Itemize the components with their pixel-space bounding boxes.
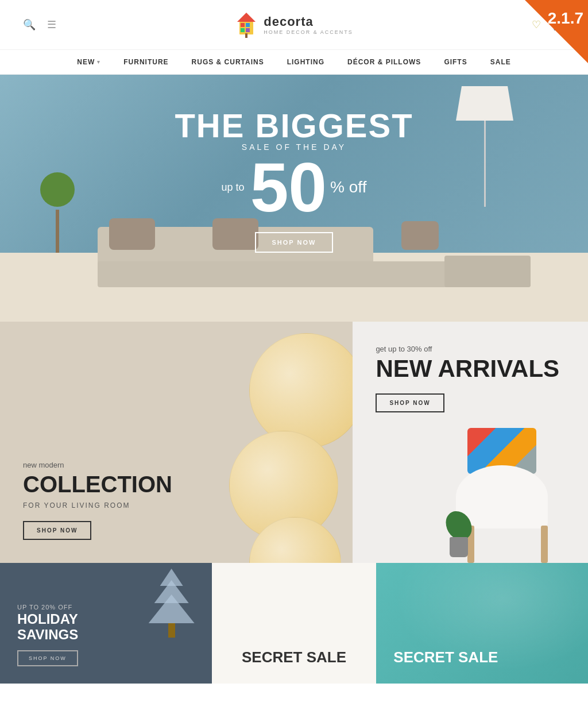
new-arrivals-small-text: get up to 30% off bbox=[376, 345, 559, 353]
secret-sale-teal-title: SECRET SALE bbox=[393, 648, 571, 666]
search-icon[interactable]: 🔍 bbox=[23, 18, 36, 31]
holiday-savings-shop-now-button[interactable]: SHOP NOW bbox=[17, 650, 78, 666]
hero-offer-prefix: up to bbox=[222, 182, 245, 194]
holiday-savings-banner: up to 20% off HOLIDAYSAVINGS SHOP NOW bbox=[0, 563, 212, 684]
sofa-chaise bbox=[444, 256, 531, 287]
lamp-orbs-decoration bbox=[203, 333, 353, 563]
secret-sale-middle-banner: SECRET SALE bbox=[212, 563, 377, 684]
collection-banner-title: COLLECTION bbox=[23, 472, 172, 497]
hero-offer: up to 50 % off bbox=[175, 156, 413, 218]
tree-layer-3 bbox=[149, 595, 195, 623]
nav-item-new[interactable]: NEW ▾ bbox=[77, 58, 100, 66]
svg-rect-6 bbox=[245, 33, 247, 38]
collection-banner-small-text: new modern bbox=[23, 461, 172, 469]
lamp-shade bbox=[456, 86, 513, 121]
chair-leg-right bbox=[541, 526, 548, 563]
collection-banner: new modern COLLECTION FOR YOUR LIVING RO… bbox=[0, 322, 353, 563]
sofa-cushion-1 bbox=[109, 218, 155, 250]
logo-tagline: HOME DECOR & ACCENTS bbox=[264, 29, 353, 35]
nav-item-decor-pillows[interactable]: DÉCOR & PILLOWS bbox=[347, 58, 421, 66]
nav-item-gifts[interactable]: GIFTS bbox=[444, 58, 467, 66]
new-arrivals-banner: get up to 30% off NEW ARRIVALS SHOP NOW bbox=[353, 322, 588, 563]
nav-item-lighting[interactable]: LIGHTING bbox=[287, 58, 324, 66]
collection-shop-now-button[interactable]: SHOP NOW bbox=[23, 521, 91, 540]
hero-banner: THE BIGGEST SALE OF THE DAY up to 50 % o… bbox=[0, 75, 588, 322]
svg-rect-4 bbox=[241, 28, 245, 32]
menu-icon[interactable]: ☰ bbox=[47, 18, 56, 31]
header: 2.1.7 🔍 ☰ decorta HOME DECOR & ACCENTS ♡… bbox=[0, 0, 588, 50]
logo[interactable]: decorta HOME DECOR & ACCENTS bbox=[235, 10, 353, 39]
nav-item-furniture[interactable]: FURNITURE bbox=[123, 58, 168, 66]
header-left-icons: 🔍 ☰ bbox=[23, 18, 56, 31]
wishlist-icon[interactable]: ♡ bbox=[532, 18, 541, 31]
secret-sale-teal-banner: SECRET SALE bbox=[376, 563, 588, 684]
new-arrivals-shop-now-button[interactable]: SHOP NOW bbox=[376, 393, 444, 412]
small-plant bbox=[444, 511, 473, 557]
tree-trunk bbox=[168, 623, 175, 638]
hero-offer-number: 50 bbox=[250, 156, 327, 218]
banners-row: new modern COLLECTION FOR YOUR LIVING RO… bbox=[0, 322, 588, 563]
svg-rect-2 bbox=[241, 23, 245, 27]
hero-offer-suffix: % off bbox=[330, 178, 366, 196]
christmas-tree-decoration bbox=[143, 569, 200, 672]
cart-icon[interactable]: 🛒 bbox=[552, 18, 565, 31]
plant-leaves bbox=[446, 511, 471, 540]
new-arrivals-content: get up to 30% off NEW ARRIVALS SHOP NOW bbox=[376, 345, 559, 412]
header-right-icons: ♡ 🛒 bbox=[532, 18, 565, 31]
logo-name: decorta bbox=[264, 14, 353, 29]
svg-rect-5 bbox=[246, 28, 250, 32]
hero-content: THE BIGGEST SALE OF THE DAY up to 50 % o… bbox=[175, 109, 413, 253]
logo-icon bbox=[235, 10, 258, 39]
main-nav: NEW ▾ FURNITURE RUGS & CURTAINS LIGHTING… bbox=[0, 50, 588, 75]
collection-banner-description: FOR YOUR LIVING ROOM bbox=[23, 501, 172, 509]
collection-banner-content: new modern COLLECTION FOR YOUR LIVING RO… bbox=[23, 461, 172, 540]
svg-marker-1 bbox=[237, 13, 256, 22]
nav-item-sale[interactable]: SALE bbox=[490, 58, 511, 66]
lamp-orb-1 bbox=[249, 333, 353, 448]
lamp-pole bbox=[484, 121, 486, 207]
hero-title: THE BIGGEST bbox=[175, 109, 413, 142]
hero-lamp bbox=[456, 86, 513, 207]
hero-shop-now-button[interactable]: SHOP NOW bbox=[255, 232, 334, 253]
bottom-banners-row: up to 20% off HOLIDAYSAVINGS SHOP NOW SE… bbox=[0, 563, 588, 684]
plant-trunk bbox=[56, 210, 59, 256]
plant-pot-small bbox=[450, 537, 468, 557]
secret-sale-middle-title: SECRET SALE bbox=[229, 648, 359, 666]
new-arrivals-title: NEW ARRIVALS bbox=[376, 356, 559, 382]
logo-text: decorta HOME DECOR & ACCENTS bbox=[264, 14, 353, 35]
plant-foliage bbox=[40, 172, 75, 207]
svg-rect-3 bbox=[246, 23, 250, 27]
chevron-down-icon: ▾ bbox=[97, 59, 100, 65]
nav-item-rugs-curtains[interactable]: RUGS & CURTAINS bbox=[192, 58, 264, 66]
